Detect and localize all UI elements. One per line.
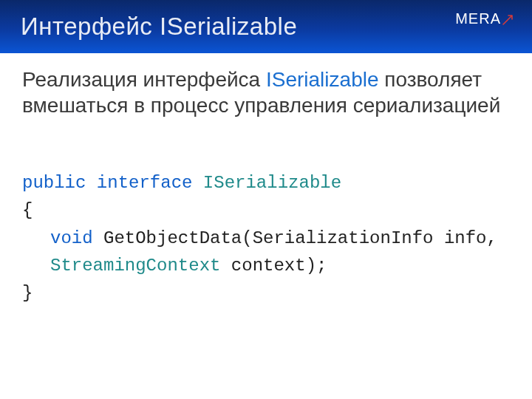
code-type-streamingcontext: StreamingContext <box>50 256 220 276</box>
slide: Интерфейс ISerializable MERA Реализация … <box>0 0 532 399</box>
code-param-tail: context); <box>220 256 327 276</box>
slide-title: Интерфейс ISerializable <box>21 13 297 41</box>
title-bar: Интерфейс ISerializable MERA <box>0 0 532 53</box>
arrow-icon <box>502 13 514 25</box>
code-brace-open: { <box>22 200 33 220</box>
code-method-sig: GetObjectData(SerializationInfo info, <box>93 228 497 248</box>
desc-highlight: ISerializable <box>266 68 379 91</box>
code-block: public interface ISerializable { void Ge… <box>22 142 510 334</box>
brand-logo-text: MERA <box>455 10 501 27</box>
description-text: Реализация интерфейса ISerializable позв… <box>22 66 510 118</box>
code-keyword-void: void <box>50 228 93 248</box>
code-keyword-public: public <box>22 173 86 193</box>
desc-part1: Реализация интерфейса <box>22 68 266 91</box>
code-brace-close: } <box>22 283 33 303</box>
code-keyword-interface: interface <box>97 173 193 193</box>
code-type-iserializable: ISerializable <box>203 173 341 193</box>
slide-body: Реализация интерфейса ISerializable позв… <box>0 53 532 334</box>
brand-logo: MERA <box>455 10 514 27</box>
